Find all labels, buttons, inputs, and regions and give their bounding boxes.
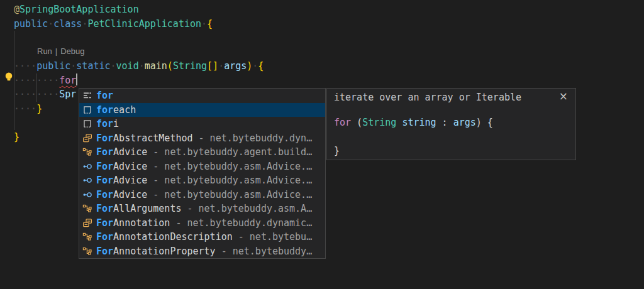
- code-token: class: [53, 18, 82, 30]
- interface-icon: [82, 175, 92, 185]
- code-token: (: [167, 60, 173, 72]
- suggestion-label: for: [96, 90, 113, 101]
- suggestion-label: ForAdvice: [96, 175, 147, 186]
- suggestion-label: ForAdvice: [96, 146, 147, 158]
- whitespace-dots: ·: [48, 18, 53, 30]
- whitespace-dots: ·: [218, 60, 224, 72]
- code-token: {: [258, 60, 264, 72]
- interface-icon: [82, 190, 92, 200]
- code-line: @SpringBootApplication: [14, 3, 264, 17]
- whitespace-dots: ····: [14, 60, 36, 72]
- suggestion-item[interactable]: foreach: [79, 103, 325, 117]
- code-line: ····public·static·void·main(String[]·arg…: [14, 59, 264, 74]
- close-icon[interactable]: ×: [559, 90, 568, 102]
- code-token: String: [173, 60, 207, 72]
- code-line: ········for: [14, 74, 264, 88]
- code-token: void: [116, 60, 139, 72]
- codelens-run-link[interactable]: Run: [37, 46, 52, 56]
- class-icon: [82, 133, 92, 143]
- code-token: PetClinicApplication: [87, 18, 201, 30]
- suggestion-label: ForAdvice: [96, 189, 147, 200]
- code-line: [334, 130, 493, 144]
- suggestion-label: foreach: [96, 104, 136, 116]
- code-token: []: [207, 60, 218, 72]
- suggestion-item[interactable]: ForAllArguments - net.bytebuddy.asm.A…: [79, 202, 325, 216]
- suggestion-item[interactable]: ForAnnotationDescription - net.bytebu…: [79, 230, 325, 244]
- suggestion-item[interactable]: for: [79, 89, 325, 103]
- code-token: public: [36, 60, 70, 72]
- code-token: String: [362, 117, 396, 128]
- snippet-icon: [82, 119, 92, 129]
- code-token: main: [145, 60, 167, 72]
- whitespace-dots: ········: [14, 75, 59, 86]
- code-token: (: [351, 117, 362, 128]
- class-icon: [82, 218, 92, 228]
- suggestion-detail: - net.bytebuddy…: [216, 246, 313, 257]
- text-cursor: [76, 74, 77, 85]
- suggestion-item[interactable]: ForAdvice - net.bytebuddy.agent.build…: [79, 145, 325, 160]
- code-line: for (String string : args) {: [334, 116, 493, 130]
- quick-fix-lightbulb-icon[interactable]: [3, 72, 14, 83]
- suggestion-detail: - net.bytebuddy.dynamic…: [170, 217, 312, 229]
- suggestion-item[interactable]: ForAdvice - net.bytebuddy.asm.Advice.…: [79, 173, 325, 188]
- codelens-separator: |: [52, 46, 60, 56]
- snippet-icon: [82, 105, 92, 115]
- code-token: Spr: [59, 89, 76, 100]
- code-token: for: [334, 117, 351, 128]
- code-line: [14, 31, 264, 45]
- code-token: static: [76, 60, 110, 72]
- code-editor[interactable]: @SpringBootApplicationpublic·class·PetCl…: [0, 0, 644, 289]
- docs-description: iterate over an array or Iterable: [334, 92, 521, 103]
- suggestion-item[interactable]: ForAdvice - net.bytebuddy.asm.Advice.…: [79, 160, 325, 174]
- suggestion-detail: - net.bytebuddy.asm.A…: [181, 203, 312, 214]
- intellisense-suggest-widget: forforeachforiForAbstractMethod - net.by…: [79, 88, 326, 259]
- suggestion-docs-panel: iterate over an array or Iterable × for …: [326, 88, 576, 160]
- code-line: public·class·PetClinicApplication·{: [14, 17, 264, 31]
- suggestion-label: ForAbstractMethod: [96, 133, 193, 144]
- code-token: }: [14, 131, 19, 143]
- suggestion-detail: - net.bytebuddy.asm.Advice.…: [147, 175, 312, 186]
- code-token: public: [14, 18, 48, 30]
- enum-icon: [82, 204, 92, 214]
- suggestion-label: ForAnnotationProperty: [96, 246, 216, 257]
- keyword-icon: [82, 90, 92, 101]
- code-token: ) {: [476, 117, 493, 128]
- suggestion-label: ForAllArguments: [96, 203, 181, 214]
- whitespace-dots: ·: [70, 60, 76, 72]
- code-token: SpringBootApplication: [19, 4, 139, 15]
- suggestion-detail: - net.bytebuddy.asm.Advice.…: [147, 189, 312, 200]
- whitespace-dots: ·: [252, 60, 258, 72]
- code-token: args: [453, 117, 476, 128]
- code-token: @: [14, 4, 19, 15]
- suggestion-detail: - net.bytebuddy.asm.Advice.…: [147, 161, 312, 172]
- suggestion-item[interactable]: ForAnnotation - net.bytebuddy.dynamic…: [79, 216, 325, 231]
- code-line: }: [334, 144, 493, 158]
- whitespace-dots: ········: [14, 89, 59, 100]
- suggestion-item[interactable]: ForAnnotationProperty - net.bytebuddy…: [79, 244, 325, 259]
- enum-icon: [82, 232, 92, 242]
- code-token: args: [224, 60, 247, 72]
- code-token: }: [36, 103, 42, 114]
- suggestion-item[interactable]: ForAdvice - net.bytebuddy.asm.Advice.…: [79, 188, 325, 202]
- code-token: :: [436, 117, 453, 128]
- code-token: }: [334, 145, 340, 156]
- codelens: Run|Debug: [14, 45, 264, 60]
- docs-code-sample: for (String string : args) {}: [334, 116, 493, 158]
- interface-icon: [82, 161, 92, 172]
- suggestion-detail: - net.bytebuddy.dyn…: [193, 133, 313, 144]
- whitespace-dots: ·: [139, 60, 145, 72]
- code-token: ): [247, 60, 252, 72]
- suggestion-label: ForAdvice: [96, 161, 147, 172]
- codelens-debug-link[interactable]: Debug: [60, 46, 84, 56]
- whitespace-dots: ····: [14, 103, 36, 114]
- code-token: string: [402, 117, 436, 128]
- enum-icon: [82, 246, 92, 256]
- suggestion-item[interactable]: ForAbstractMethod - net.bytebuddy.dyn…: [79, 131, 325, 146]
- whitespace-dots: ·: [201, 18, 207, 30]
- suggestion-detail: - net.bytebu…: [233, 231, 312, 243]
- suggestion-label: ForAnnotation: [96, 217, 170, 229]
- code-token: for: [59, 75, 76, 86]
- suggestion-item[interactable]: fori: [79, 117, 325, 131]
- whitespace-dots: ·: [111, 60, 116, 72]
- suggestion-label: fori: [96, 118, 119, 129]
